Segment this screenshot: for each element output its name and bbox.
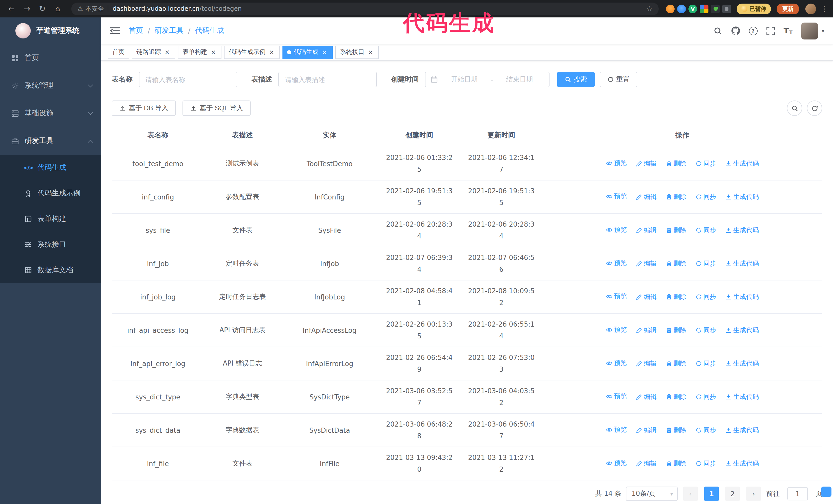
preview-link[interactable]: 预览 (606, 392, 627, 401)
toggle-search-button[interactable] (787, 100, 802, 116)
generate-code-link[interactable]: 生成代码 (725, 392, 759, 401)
generate-code-link[interactable]: 生成代码 (725, 359, 759, 368)
generate-code-link[interactable]: 生成代码 (725, 426, 759, 434)
generate-code-link[interactable]: 生成代码 (725, 292, 759, 301)
sidebar-item-codegen-example[interactable]: 代码生成示例 (0, 181, 101, 206)
sync-link[interactable]: 同步 (696, 426, 716, 434)
search-icon[interactable] (713, 26, 722, 35)
import-sql-button[interactable]: 基于 SQL 导入 (183, 100, 251, 116)
sidebar-item-db-docs[interactable]: 数据库文档 (0, 257, 101, 283)
delete-link[interactable]: 删除 (666, 426, 686, 434)
page-size-select[interactable]: 10条/页 ▾ (626, 486, 678, 501)
delete-link[interactable]: 删除 (666, 259, 686, 268)
forward-icon[interactable]: → (21, 2, 33, 15)
extension-vue-icon[interactable]: V (688, 4, 697, 13)
delete-link[interactable]: 删除 (666, 193, 686, 201)
preview-link[interactable]: 预览 (606, 225, 627, 234)
preview-link[interactable]: 预览 (606, 292, 627, 301)
generate-code-link[interactable]: 生成代码 (725, 326, 759, 335)
reset-button[interactable]: 重置 (600, 72, 637, 87)
delete-link[interactable]: 删除 (666, 159, 686, 168)
preview-link[interactable]: 预览 (606, 192, 627, 201)
tag-codegen-example[interactable]: 代码生成示例 × (224, 45, 280, 59)
edit-link[interactable]: 编辑 (636, 426, 657, 434)
import-db-button[interactable]: 基于 DB 导入 (112, 100, 176, 116)
update-button[interactable]: 更新 (777, 3, 799, 14)
prev-page-button[interactable]: ‹ (683, 486, 698, 501)
fullscreen-icon[interactable] (766, 26, 775, 35)
sync-link[interactable]: 同步 (696, 259, 716, 268)
preview-link[interactable]: 预览 (606, 426, 627, 434)
delete-link[interactable]: 删除 (666, 292, 686, 301)
generate-code-link[interactable]: 生成代码 (725, 259, 759, 268)
preview-link[interactable]: 预览 (606, 259, 627, 268)
extension-blue-icon[interactable] (677, 4, 686, 13)
preview-link[interactable]: 预览 (606, 159, 627, 168)
back-icon[interactable]: ← (5, 2, 18, 15)
sidebar-item-devtools[interactable]: 研发工具 (0, 127, 101, 155)
tag-form-builder[interactable]: 表单构建 × (178, 45, 221, 59)
sync-link[interactable]: 同步 (696, 459, 716, 468)
tag-codegen[interactable]: 代码生成 × (282, 45, 333, 59)
generate-code-link[interactable]: 生成代码 (725, 159, 759, 168)
avatar-caret-icon[interactable]: ▾ (822, 28, 824, 33)
preview-link[interactable]: 预览 (606, 459, 627, 467)
refresh-table-button[interactable] (807, 100, 822, 116)
edit-link[interactable]: 编辑 (636, 392, 657, 401)
sidebar-item-form-builder[interactable]: 表单构建 (0, 206, 101, 232)
generate-code-link[interactable]: 生成代码 (725, 226, 759, 235)
close-icon[interactable]: × (321, 48, 328, 56)
sync-link[interactable]: 同步 (696, 226, 716, 235)
sidebar-item-system[interactable]: 系统管理 (0, 72, 101, 99)
edit-link[interactable]: 编辑 (636, 193, 657, 201)
close-icon[interactable]: × (164, 48, 171, 56)
edit-link[interactable]: 编辑 (636, 292, 657, 301)
sidebar-item-home[interactable]: 首页 (0, 44, 101, 72)
sync-link[interactable]: 同步 (696, 359, 716, 368)
extensions-puzzle-icon[interactable] (722, 4, 731, 13)
edit-link[interactable]: 编辑 (636, 359, 657, 368)
tag-system-api[interactable]: 系统接口 × (335, 45, 379, 59)
preview-link[interactable]: 预览 (606, 326, 627, 334)
address-bar[interactable]: ⚠ 不安全 dashboard.yudao.iocoder.cn /tool/c… (71, 2, 659, 15)
sidebar-item-codegen[interactable]: </> 代码生成 (0, 155, 101, 181)
paused-badge[interactable]: 已暂停 (737, 3, 771, 14)
tag-home[interactable]: 首页 (108, 45, 129, 59)
sidebar-item-system-api[interactable]: 系统接口 (0, 232, 101, 257)
bookmark-star-icon[interactable]: ☆ (646, 5, 652, 13)
breadcrumb-home[interactable]: 首页 (129, 26, 143, 35)
github-icon[interactable] (731, 26, 740, 35)
page-button-2[interactable]: 2 (725, 486, 740, 501)
table-desc-input[interactable] (278, 72, 377, 87)
sync-link[interactable]: 同步 (696, 292, 716, 301)
sidebar-item-infra[interactable]: 基础设施 (0, 99, 101, 127)
table-name-input[interactable] (139, 72, 237, 87)
preview-link[interactable]: 预览 (606, 359, 627, 368)
browser-menu-icon[interactable]: ⋮ (821, 5, 828, 13)
delete-link[interactable]: 删除 (666, 226, 686, 235)
close-icon[interactable]: × (367, 48, 374, 56)
logo[interactable]: 芋道管理系统 (0, 18, 101, 44)
extension-grid-icon[interactable] (700, 4, 709, 13)
sync-link[interactable]: 同步 (696, 326, 716, 335)
reload-icon[interactable]: ↻ (36, 2, 49, 15)
search-button[interactable]: 搜索 (557, 72, 595, 87)
edit-link[interactable]: 编辑 (636, 159, 657, 168)
help-icon[interactable]: ? (749, 26, 757, 35)
close-icon[interactable]: × (210, 48, 217, 56)
edit-link[interactable]: 编辑 (636, 459, 657, 468)
date-range-picker[interactable]: 开始日期 - 结束日期 (425, 72, 549, 87)
extension-leaf-icon[interactable] (711, 4, 720, 13)
extension-orange-icon[interactable] (666, 4, 674, 13)
home-icon[interactable]: ⌂ (51, 2, 64, 15)
delete-link[interactable]: 删除 (666, 459, 686, 468)
breadcrumb-devtools[interactable]: 研发工具 (154, 26, 183, 35)
goto-page-input[interactable] (787, 487, 808, 500)
sync-link[interactable]: 同步 (696, 159, 716, 168)
browser-profile-avatar[interactable] (805, 3, 816, 14)
delete-link[interactable]: 删除 (666, 392, 686, 401)
close-icon[interactable]: × (268, 48, 275, 56)
next-page-button[interactable]: › (746, 486, 761, 501)
font-size-icon[interactable]: TT (784, 26, 792, 35)
tag-tracing[interactable]: 链路追踪 × (132, 45, 175, 59)
